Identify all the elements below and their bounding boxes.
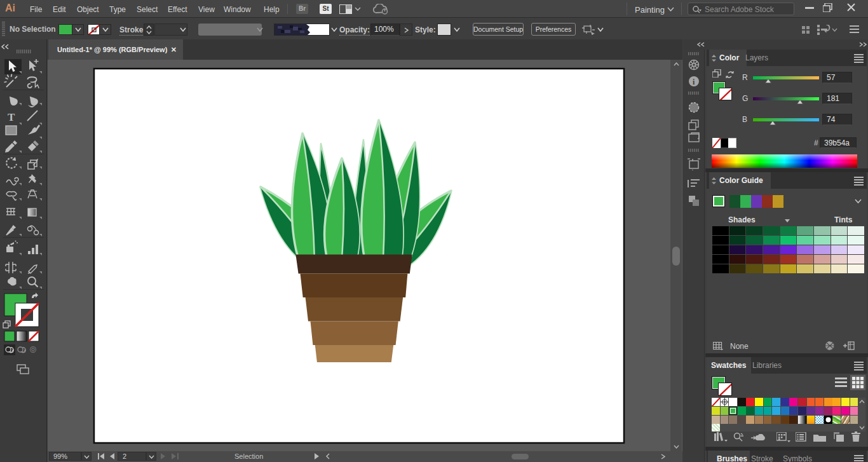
svg-text:T: T — [8, 111, 15, 123]
